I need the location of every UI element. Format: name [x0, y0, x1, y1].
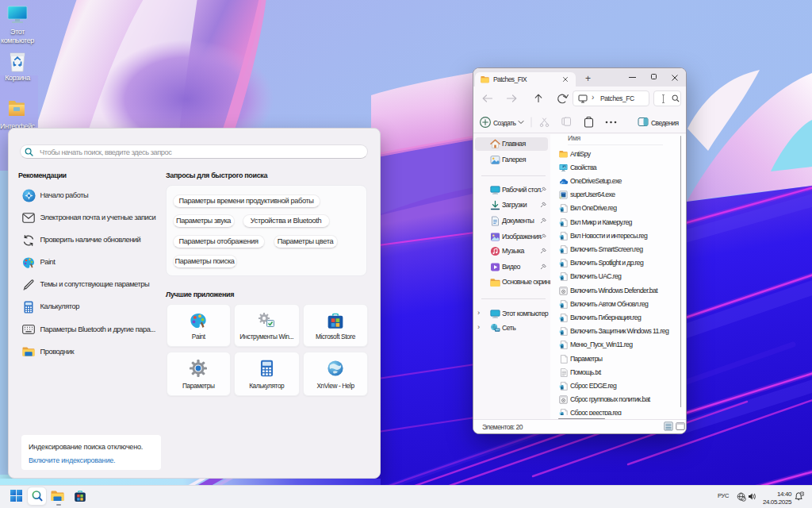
- svg-text:Сведения: Сведения: [651, 119, 679, 127]
- svg-text:Создать: Создать: [493, 119, 517, 127]
